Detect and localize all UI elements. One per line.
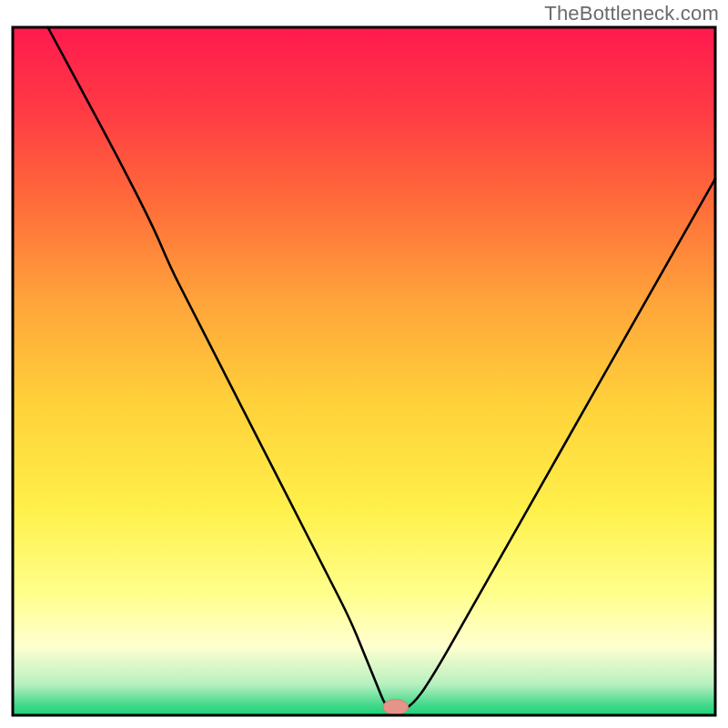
watermark-text: TheBottleneck.com [544,2,719,25]
gradient-background [13,27,715,715]
chart-stage: TheBottleneck.com [0,0,728,728]
optimum-marker [383,700,409,715]
plot-area [13,27,715,715]
bottleneck-chart [0,0,728,728]
